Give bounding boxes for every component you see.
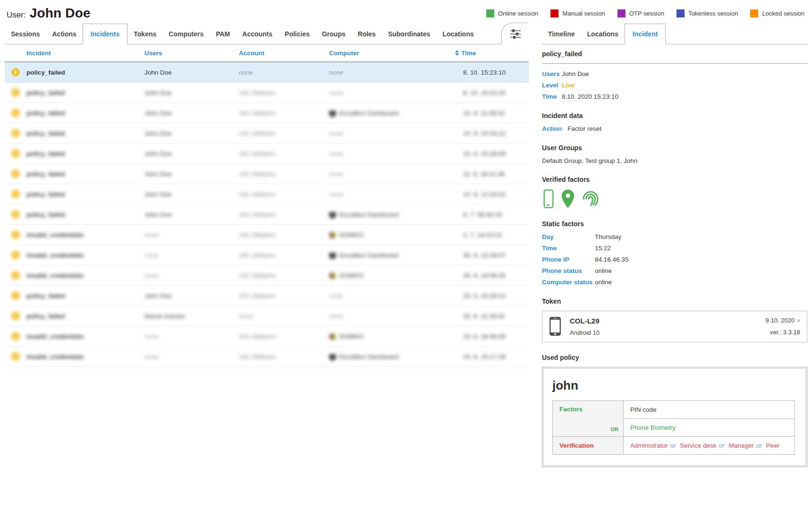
static-factors-list: Day Thursday Time 15:22 Phone IP 84.16.4…: [542, 233, 807, 286]
table-row[interactable]: i policy_failed John Doe 192.168/john no…: [5, 83, 529, 103]
info-icon: i: [11, 271, 20, 280]
factor-cell: PIN code: [624, 401, 795, 419]
table-row[interactable]: i policy_failed John Doe 192.168/john no…: [5, 286, 529, 306]
incident-cell: policy_failed: [26, 313, 65, 320]
info-icon: i: [11, 149, 20, 158]
main-tabs: Sessions Actions Incidents Tokens Comput…: [5, 24, 480, 44]
table-row[interactable]: i invalid_credentials none 192.168/john …: [5, 347, 529, 367]
time-cell: 25. 6. 19:06:25: [463, 272, 506, 279]
tab[interactable]: Accounts: [236, 24, 279, 44]
static-factors-heading: Static factors: [542, 220, 807, 228]
tab[interactable]: Roles: [352, 24, 382, 44]
table-row[interactable]: i policy_failed John Doe 192.168/john no…: [5, 184, 529, 204]
token-name: COL-L29: [570, 317, 600, 325]
table-row[interactable]: i policy_failed John Doe 192.168/john Ex…: [5, 204, 529, 225]
info-icon: i: [11, 109, 20, 117]
info-icon: i: [11, 190, 20, 198]
time-label: Time: [542, 93, 562, 101]
table-row[interactable]: i invalid_credentials none 192.168/john …: [5, 225, 529, 245]
incident-data-heading: Incident data: [542, 112, 807, 119]
token-heading: Token: [542, 298, 807, 305]
verification-option: Service deskor: [680, 442, 727, 449]
level-label: Level: [542, 82, 562, 89]
verification-option: Administratoror: [630, 442, 678, 449]
incident-cell: policy_failed: [26, 89, 65, 96]
table-row[interactable]: i invalid_credentials none 192.168/john …: [5, 245, 529, 265]
computer-cell: none: [329, 69, 343, 76]
incident-detail: policy_failed Users John Doe Level Low T…: [542, 44, 807, 467]
users-cell: John Doe: [144, 292, 172, 299]
verification-label: Verification: [559, 442, 594, 449]
table-header-row: Incident Users Account Computer Time: [5, 44, 529, 62]
token-meta: 9.10. 2020 ver.: 3.3.18: [766, 317, 800, 336]
page-header: User: John Doe Online session Manual ses…: [0, 0, 812, 22]
incident-cell: policy_failed: [26, 191, 65, 198]
table-row[interactable]: i policy_failed John Doe 192.168/john no…: [5, 144, 529, 164]
page: User: John Doe Online session Manual ses…: [0, 0, 812, 510]
factor-cell: Phone Biometry: [624, 419, 795, 437]
static-factor-value: online: [595, 279, 612, 286]
table-filter-button[interactable]: [501, 23, 529, 44]
field-level: Level Low: [542, 82, 807, 89]
tab[interactable]: Groups: [316, 24, 352, 44]
column-header-time[interactable]: Time: [454, 50, 529, 57]
incidents-section: Sessions Actions Incidents Tokens Comput…: [5, 24, 529, 467]
incident-cell: policy_failed: [26, 170, 65, 178]
tab[interactable]: Computers: [162, 24, 210, 44]
table-row[interactable]: i policy_failed John Doe 192.168/john no…: [5, 164, 529, 184]
table-row[interactable]: i policy_failed Marek Antonin none none …: [5, 306, 529, 326]
computer-cell: none: [329, 313, 343, 320]
users-cell: none: [144, 231, 159, 238]
time-cell: 23. 6. 15:17:26: [463, 353, 506, 360]
column-header-computer[interactable]: Computer: [329, 50, 454, 57]
table-row-selected[interactable]: i policy_failed John Doe none none 8. 10…: [5, 62, 529, 83]
tab[interactable]: Sessions: [5, 24, 46, 44]
tab[interactable]: Tokens: [127, 24, 162, 44]
tab[interactable]: Incidents: [83, 24, 127, 44]
verified-factors-heading: Verified factors: [542, 176, 807, 183]
computer-icon: [329, 272, 336, 279]
token-card[interactable]: COL-L29 Android 10 9.10. 2020 ver.: 3.3.…: [542, 311, 807, 342]
time-cell: 25. 6. 11:28:41: [463, 313, 505, 320]
account-cell: none: [239, 313, 253, 320]
detail-tabbar: Timeline Locations Incident: [542, 24, 807, 44]
column-header-users[interactable]: Users: [144, 50, 239, 57]
static-factor-row: Computer status online: [542, 279, 807, 286]
computer-cell: Excalibur Dashboard: [339, 252, 398, 259]
smartphone-icon: [549, 316, 561, 336]
detail-panel: Timeline Locations Incident policy_faile…: [542, 24, 807, 467]
table-row[interactable]: i policy_failed John Doe 192.168/john no…: [5, 123, 529, 144]
time-cell: 25. 6. 15:28:12: [463, 292, 506, 299]
table-row[interactable]: i invalid_credentials none 192.168/john …: [5, 265, 529, 286]
static-factor-label: Computer status: [542, 279, 595, 286]
column-header-account[interactable]: Account: [239, 50, 329, 57]
or-separator: or: [670, 442, 676, 449]
tab[interactable]: Actions: [46, 24, 82, 44]
user-groups-value: Default Group, Test group 1, John: [542, 157, 807, 164]
account-cell: none: [239, 69, 329, 76]
static-factor-label: Phone status: [542, 267, 595, 275]
computer-cell: none: [329, 170, 343, 178]
tab[interactable]: Locations: [581, 24, 625, 44]
used-policy-heading: Used policy: [542, 354, 807, 361]
computer-cell: Excalibur Dashboard: [339, 110, 398, 117]
column-header-incident[interactable]: Incident: [26, 50, 144, 57]
legend-item: Manual session: [550, 9, 605, 17]
legend-label: OTP session: [629, 10, 664, 17]
tab[interactable]: Subordinates: [382, 24, 436, 44]
account-cell: 192.168/john: [239, 353, 276, 360]
account-cell: 192.168/john: [239, 89, 276, 96]
tab[interactable]: Locations: [436, 24, 480, 44]
tab[interactable]: PAM: [210, 24, 236, 44]
legend-label: Online session: [498, 10, 538, 17]
tab[interactable]: Incident: [625, 24, 666, 44]
computer-cell: Excalibur Dashboard: [339, 353, 398, 360]
computer-icon: [329, 253, 336, 258]
user-name: John Doe: [30, 6, 91, 21]
tab[interactable]: Policies: [279, 24, 316, 44]
tab[interactable]: Timeline: [542, 24, 581, 44]
token-info: COL-L29 Android 10: [570, 317, 600, 336]
table-row[interactable]: i policy_failed John Doe 192.168/john Ex…: [5, 103, 529, 123]
legend-color-swatch: [750, 9, 758, 17]
table-row[interactable]: i invalid_credentials none 192.168/john …: [5, 326, 529, 347]
